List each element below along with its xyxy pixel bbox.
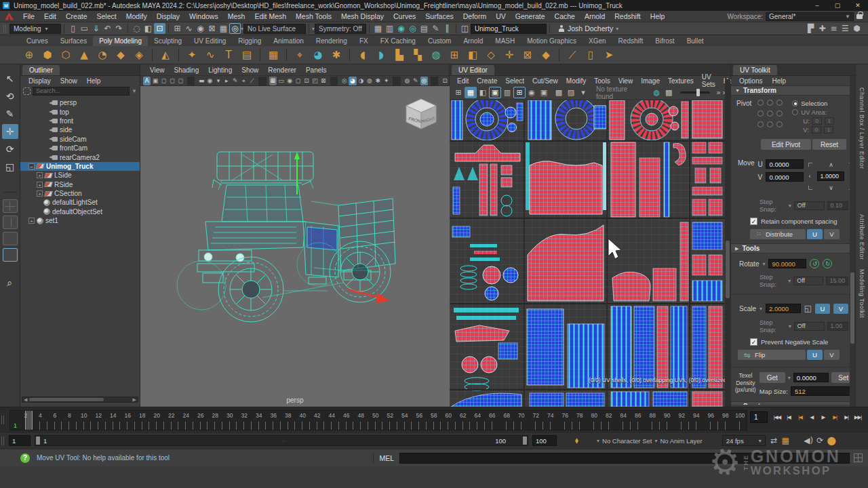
menu-item[interactable]: Mesh (223, 12, 250, 20)
uv-area-v1-field[interactable]: 1 (824, 126, 833, 134)
outliner-item[interactable]: frontCam (20, 144, 140, 152)
viewport-icon[interactable]: ◉ (286, 77, 294, 85)
snap-icon[interactable]: ◉ (195, 23, 206, 34)
menu-item[interactable]: Modify (121, 12, 152, 20)
move-left-button[interactable]: ‹ (808, 173, 810, 180)
slider-thumb[interactable] (696, 89, 700, 96)
rotate-value-field[interactable]: 90.0000 (768, 259, 806, 268)
shelf-icon[interactable]: ▦ (266, 47, 281, 62)
outliner-item[interactable]: + RSide (20, 180, 140, 189)
texture-icon[interactable]: ▨ (565, 87, 577, 98)
shelf-tab[interactable]: Sculpting (148, 36, 188, 46)
shelf-tab[interactable]: Rendering (310, 36, 353, 46)
set-key-icon[interactable]: ⬧ (571, 435, 583, 446)
uv-toolbar-icon[interactable]: ▥ (501, 87, 513, 98)
reset-pivot-button[interactable]: Reset (812, 139, 846, 150)
viewport-icon[interactable]: ◰ (311, 77, 319, 85)
scroll-right-arrow[interactable]: ▶ (133, 397, 136, 403)
outliner-item[interactable]: persp (20, 98, 140, 107)
current-frame-field[interactable]: 1 (750, 411, 768, 423)
viewport-icon[interactable]: ⟋ (248, 77, 256, 85)
collapsed-section-header[interactable]: ▶ Create (731, 401, 850, 405)
uv-editor-tab[interactable]: UV Editor (452, 65, 494, 75)
layout-four-pane-button[interactable] (3, 199, 18, 213)
toolbar-icon[interactable]: ↷ (113, 23, 125, 34)
expander-icon[interactable]: + (28, 218, 35, 224)
shelf-tab[interactable]: MASH (489, 36, 521, 46)
viewport-icon[interactable]: ◎ (420, 77, 428, 85)
viewport-icon[interactable]: ◉ (206, 77, 214, 85)
shelf-icon[interactable]: ◧ (465, 47, 480, 62)
menu-item[interactable]: Edit (454, 77, 472, 85)
scrollbar-thumb[interactable] (29, 398, 104, 401)
shelf-icon[interactable]: ▙ (392, 47, 407, 62)
layout-current-button[interactable] (3, 248, 18, 262)
viewport-icon[interactable] (330, 77, 338, 85)
loop-icon[interactable]: ⇄ (768, 435, 780, 446)
range-end-field[interactable]: 100 (532, 435, 557, 446)
viewport-icon[interactable]: ◻ (160, 77, 167, 85)
expander-icon[interactable] (35, 209, 41, 215)
layout-single-pane-button[interactable] (3, 232, 18, 245)
shelf-tab[interactable]: Curves (20, 36, 54, 46)
view-cube[interactable]: FRONT RIGHT (402, 95, 440, 133)
menu-item[interactable]: Create (473, 77, 500, 85)
outliner-item[interactable]: sideCam (20, 135, 140, 144)
menu-item[interactable]: UV Sets (698, 73, 719, 88)
edit-pivot-button[interactable]: Edit Pivot (761, 139, 811, 150)
scale-v-button[interactable]: V (833, 304, 848, 314)
uv-toolbar-icon[interactable]: ▦ (465, 87, 477, 98)
menu-item[interactable]: View (146, 66, 169, 74)
viewport-icon[interactable]: ⊠ (319, 77, 327, 85)
shelf-icon[interactable]: ◇ (484, 47, 498, 62)
toolbar-icon[interactable]: ⇓ (90, 23, 102, 34)
snap-icon[interactable]: ▦ (218, 23, 229, 34)
rotate-cw-button[interactable]: ↻ (823, 259, 832, 268)
shelf-icon[interactable]: ✛ (502, 47, 517, 62)
shelf-icon[interactable]: ➤ (601, 47, 616, 62)
menu-item[interactable]: Cache (550, 12, 580, 20)
menu-item[interactable]: Help (646, 12, 670, 20)
range-grip-dots[interactable]: ⋯ (281, 439, 287, 444)
dim-image-slider[interactable] (680, 92, 710, 94)
menu-item[interactable]: Modify (563, 77, 589, 85)
shelf-icon[interactable]: ◭ (158, 47, 173, 62)
menu-item[interactable]: Deform (458, 12, 491, 20)
rotate-snap-value[interactable]: 15.00 (826, 277, 848, 285)
clamp-icon[interactable]: ▦ (780, 435, 791, 446)
texture-icon[interactable]: ▩ (553, 87, 565, 98)
map-size-field[interactable]: 512 (791, 386, 853, 396)
menu-item[interactable]: Cut/Sew (529, 77, 561, 85)
outliner-horizontal-scrollbar[interactable]: ◀ ▶ (22, 396, 138, 403)
menu-item[interactable]: Select (92, 12, 121, 20)
shelf-icon[interactable]: ◖ (355, 47, 370, 62)
viewport-icon[interactable]: ✎ (412, 77, 419, 85)
expander-icon[interactable]: + (37, 182, 43, 188)
shelf-icon[interactable]: ◔ (95, 47, 110, 62)
menu-item[interactable]: Mesh Tools (291, 12, 336, 20)
playback-button[interactable]: ▶ (818, 411, 829, 423)
tool-button[interactable]: ⟳ (2, 142, 18, 157)
render-icon[interactable]: ▥ (384, 23, 395, 34)
outliner-item[interactable]: defaultLightSet (20, 198, 140, 207)
shelf-icon[interactable]: ◕ (311, 47, 326, 62)
menu-item[interactable]: Panels (302, 66, 331, 74)
menu-item[interactable]: Display (24, 77, 55, 85)
uv-toolbar-icon[interactable]: ▣ (489, 87, 501, 98)
tool-button[interactable]: ↖ (2, 71, 18, 86)
menu-set-selector[interactable]: Modeling▾ (9, 24, 61, 34)
distribute-u-button[interactable]: U (807, 229, 823, 239)
scale-u-button[interactable]: U (815, 304, 830, 314)
toolbar-icon[interactable]: ▭ (79, 23, 90, 34)
outliner-item[interactable]: defaultObjectSet (20, 207, 140, 216)
uv-area-u1-field[interactable]: 1 (825, 117, 834, 125)
shelf-tab[interactable]: Poly Modeling (93, 36, 148, 46)
menu-item[interactable]: Display (152, 12, 184, 20)
shelf-icon[interactable]: ⬢ (40, 47, 55, 62)
dock-tab[interactable]: Attribute Editor (859, 214, 865, 260)
expander-icon[interactable] (41, 118, 47, 124)
pivot-grid[interactable] (757, 100, 786, 134)
menu-item[interactable]: Generate (511, 12, 550, 20)
menu-item[interactable]: Select (502, 77, 528, 85)
move-down-button[interactable]: ∨ (829, 184, 833, 191)
